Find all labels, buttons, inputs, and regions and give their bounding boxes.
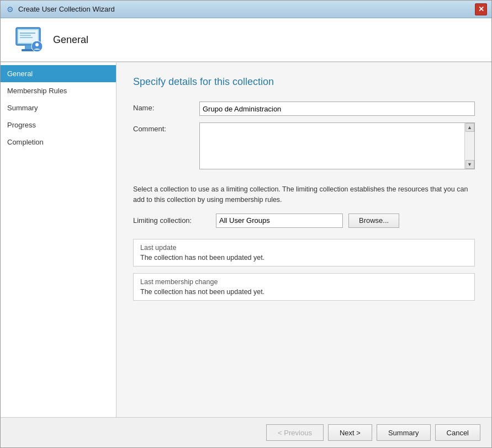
scroll-down-arrow[interactable]: ▼: [465, 160, 474, 169]
title-bar-left: ⚙ Create User Collection Wizard: [5, 4, 115, 14]
previous-button[interactable]: < Previous: [266, 424, 324, 441]
sidebar-item-completion[interactable]: Completion: [1, 134, 116, 151]
header-title: General: [53, 34, 88, 46]
sidebar-item-general[interactable]: General: [1, 65, 116, 82]
last-update-section: Last update The collection has not been …: [133, 239, 475, 266]
scroll-up-arrow[interactable]: ▲: [465, 123, 474, 132]
wizard-header: General: [1, 18, 491, 62]
svg-point-9: [35, 43, 39, 46]
wizard-icon: ⚙: [5, 4, 15, 14]
limiting-collection-row: Limiting collection: Browse...: [133, 214, 475, 228]
comment-scrollbar[interactable]: ▲ ▼: [464, 123, 474, 169]
comment-label: Comment:: [133, 122, 199, 133]
browse-button[interactable]: Browse...: [348, 214, 399, 228]
svg-rect-6: [25, 45, 31, 50]
header-icon: [12, 23, 45, 56]
window-title: Create User Collection Wizard: [18, 5, 115, 13]
last-membership-title: Last membership change: [140, 278, 468, 286]
content-area: Specify details for this collection Name…: [117, 62, 491, 417]
last-update-title: Last update: [140, 244, 468, 252]
wizard-window: ⚙ Create User Collection Wizard ✕: [0, 0, 492, 448]
wizard-body: General Membership Rules Summary Progres…: [1, 62, 491, 417]
svg-rect-2: [19, 30, 38, 42]
summary-button[interactable]: Summary: [377, 424, 431, 441]
comment-row: Comment: ▲ ▼: [133, 122, 475, 169]
last-membership-section: Last membership change The collection ha…: [133, 273, 475, 301]
footer: < Previous Next > Summary Cancel: [1, 417, 491, 447]
comment-textarea-wrapper: ▲ ▼: [199, 122, 475, 169]
content-title: Specify details for this collection: [133, 76, 475, 88]
limiting-description: Select a collection to use as a limiting…: [133, 184, 475, 205]
cancel-button[interactable]: Cancel: [435, 424, 480, 441]
sidebar: General Membership Rules Summary Progres…: [1, 62, 117, 417]
last-membership-text: The collection has not been updated yet.: [140, 288, 468, 296]
comment-input[interactable]: [200, 123, 474, 167]
name-row: Name:: [133, 102, 475, 116]
sidebar-item-summary[interactable]: Summary: [1, 99, 116, 116]
sidebar-item-membership-rules[interactable]: Membership Rules: [1, 82, 116, 99]
limiting-label: Limiting collection:: [133, 216, 210, 225]
sidebar-item-progress[interactable]: Progress: [1, 116, 116, 134]
title-bar: ⚙ Create User Collection Wizard ✕: [1, 1, 491, 18]
name-label: Name:: [133, 102, 199, 112]
limiting-collection-input[interactable]: [216, 214, 343, 228]
last-update-text: The collection has not been updated yet.: [140, 254, 468, 262]
next-button[interactable]: Next >: [328, 424, 372, 441]
name-input[interactable]: [199, 102, 475, 116]
close-button[interactable]: ✕: [475, 3, 487, 15]
